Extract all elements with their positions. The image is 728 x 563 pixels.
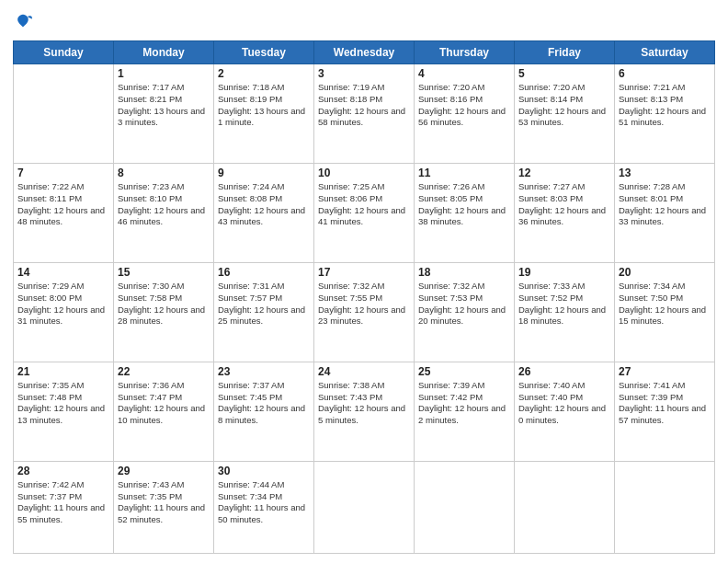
calendar-cell: 30Sunrise: 7:44 AMSunset: 7:34 PMDayligh…: [214, 461, 314, 553]
sunset-text: Sunset: 8:10 PM: [118, 193, 182, 203]
day-number: 14: [17, 266, 109, 279]
calendar-cell: 27Sunrise: 7:41 AMSunset: 7:39 PMDayligh…: [615, 362, 715, 461]
daylight-text: Daylight: 12 hours and 46 minutes.: [118, 205, 205, 227]
day-info: Sunrise: 7:32 AMSunset: 7:53 PMDaylight:…: [418, 281, 510, 327]
daylight-text: Daylight: 12 hours and 56 minutes.: [418, 106, 506, 128]
weekday-header-row: SundayMondayTuesdayWednesdayThursdayFrid…: [14, 41, 715, 64]
calendar-cell: 29Sunrise: 7:43 AMSunset: 7:35 PMDayligh…: [114, 461, 214, 553]
daylight-text: Daylight: 12 hours and 48 minutes.: [17, 205, 105, 227]
day-info: Sunrise: 7:25 AMSunset: 8:06 PMDaylight:…: [318, 181, 410, 228]
sunset-text: Sunset: 7:48 PM: [17, 392, 82, 402]
calendar-cell: 8Sunrise: 7:23 AMSunset: 8:10 PMDaylight…: [114, 163, 214, 262]
day-info: Sunrise: 7:32 AMSunset: 7:55 PMDaylight:…: [318, 281, 410, 327]
sunset-text: Sunset: 7:50 PM: [619, 293, 683, 303]
calendar-cell: 20Sunrise: 7:34 AMSunset: 7:50 PMDayligh…: [615, 262, 715, 362]
daylight-text: Daylight: 11 hours and 50 minutes.: [218, 502, 305, 524]
sunset-text: Sunset: 7:52 PM: [518, 293, 583, 303]
daylight-text: Daylight: 12 hours and 8 minutes.: [218, 403, 305, 425]
sunset-text: Sunset: 8:14 PM: [518, 94, 583, 104]
calendar-table: SundayMondayTuesdayWednesdayThursdayFrid…: [13, 40, 715, 554]
sunset-text: Sunset: 8:18 PM: [318, 94, 382, 104]
daylight-text: Daylight: 13 hours and 1 minute.: [218, 106, 305, 128]
sunrise-text: Sunrise: 7:26 AM: [418, 181, 484, 191]
sunrise-text: Sunrise: 7:29 AM: [17, 281, 84, 291]
weekday-header-saturday: Saturday: [615, 41, 715, 64]
calendar-cell: 21Sunrise: 7:35 AMSunset: 7:48 PMDayligh…: [14, 362, 114, 461]
logo: [13, 11, 33, 33]
sunset-text: Sunset: 8:19 PM: [218, 94, 282, 104]
header: [13, 11, 715, 33]
calendar-cell: [515, 461, 615, 553]
day-number: 18: [418, 266, 510, 279]
sunset-text: Sunset: 8:06 PM: [318, 193, 382, 203]
day-info: Sunrise: 7:34 AMSunset: 7:50 PMDaylight:…: [619, 281, 711, 327]
calendar-week-row: 14Sunrise: 7:29 AMSunset: 8:00 PMDayligh…: [14, 262, 715, 362]
daylight-text: Daylight: 12 hours and 0 minutes.: [518, 403, 606, 425]
day-info: Sunrise: 7:20 AMSunset: 8:14 PMDaylight:…: [518, 82, 610, 129]
day-info: Sunrise: 7:36 AMSunset: 7:47 PMDaylight:…: [118, 380, 210, 427]
daylight-text: Daylight: 11 hours and 52 minutes.: [118, 502, 205, 524]
sunrise-text: Sunrise: 7:27 AM: [518, 181, 585, 191]
day-number: 25: [418, 365, 510, 378]
calendar-cell: 14Sunrise: 7:29 AMSunset: 8:00 PMDayligh…: [14, 262, 114, 362]
sunset-text: Sunset: 7:34 PM: [218, 491, 282, 501]
day-number: 20: [619, 266, 711, 279]
calendar-week-row: 28Sunrise: 7:42 AMSunset: 7:37 PMDayligh…: [14, 461, 715, 553]
sunrise-text: Sunrise: 7:22 AM: [17, 181, 84, 191]
calendar-cell: 3Sunrise: 7:19 AMSunset: 8:18 PMDaylight…: [314, 64, 415, 164]
day-info: Sunrise: 7:43 AMSunset: 7:35 PMDaylight:…: [118, 479, 210, 526]
day-number: 15: [118, 266, 210, 279]
daylight-text: Daylight: 12 hours and 10 minutes.: [118, 403, 205, 425]
day-number: 21: [17, 365, 109, 378]
day-number: 23: [218, 365, 310, 378]
daylight-text: Daylight: 12 hours and 33 minutes.: [619, 205, 706, 227]
sunrise-text: Sunrise: 7:20 AM: [518, 82, 585, 92]
day-info: Sunrise: 7:28 AMSunset: 8:01 PMDaylight:…: [619, 181, 711, 228]
sunrise-text: Sunrise: 7:18 AM: [218, 82, 284, 92]
calendar-cell: 1Sunrise: 7:17 AMSunset: 8:21 PMDaylight…: [114, 64, 214, 164]
day-number: 6: [619, 67, 711, 80]
daylight-text: Daylight: 12 hours and 2 minutes.: [418, 403, 506, 425]
day-info: Sunrise: 7:24 AMSunset: 8:08 PMDaylight:…: [218, 181, 310, 228]
daylight-text: Daylight: 11 hours and 57 minutes.: [619, 403, 706, 425]
daylight-text: Daylight: 12 hours and 38 minutes.: [418, 205, 506, 227]
sunrise-text: Sunrise: 7:38 AM: [318, 380, 384, 390]
day-number: 9: [218, 167, 310, 179]
daylight-text: Daylight: 12 hours and 28 minutes.: [118, 304, 205, 327]
sunset-text: Sunset: 7:42 PM: [418, 392, 483, 402]
daylight-text: Daylight: 12 hours and 23 minutes.: [318, 304, 405, 327]
day-info: Sunrise: 7:29 AMSunset: 8:00 PMDaylight:…: [17, 281, 109, 327]
day-info: Sunrise: 7:44 AMSunset: 7:34 PMDaylight:…: [218, 479, 310, 526]
calendar-cell: 4Sunrise: 7:20 AMSunset: 8:16 PMDaylight…: [415, 64, 515, 164]
sunrise-text: Sunrise: 7:40 AM: [518, 380, 585, 390]
weekday-header-tuesday: Tuesday: [214, 41, 314, 64]
weekday-header-monday: Monday: [114, 41, 214, 64]
sunset-text: Sunset: 7:45 PM: [218, 392, 282, 402]
day-info: Sunrise: 7:41 AMSunset: 7:39 PMDaylight:…: [619, 380, 711, 427]
calendar-cell: 23Sunrise: 7:37 AMSunset: 7:45 PMDayligh…: [214, 362, 314, 461]
sunset-text: Sunset: 7:40 PM: [518, 392, 583, 402]
sunset-text: Sunset: 8:03 PM: [518, 193, 583, 203]
calendar-cell: [14, 64, 114, 164]
sunrise-text: Sunrise: 7:21 AM: [619, 82, 685, 92]
calendar-cell: 6Sunrise: 7:21 AMSunset: 8:13 PMDaylight…: [615, 64, 715, 164]
day-number: 13: [619, 167, 711, 179]
day-info: Sunrise: 7:19 AMSunset: 8:18 PMDaylight:…: [318, 82, 410, 129]
calendar-cell: [314, 461, 415, 553]
sunrise-text: Sunrise: 7:25 AM: [318, 181, 384, 191]
logo-bird-icon: [13, 11, 33, 31]
day-info: Sunrise: 7:40 AMSunset: 7:40 PMDaylight:…: [518, 380, 610, 427]
calendar-cell: 2Sunrise: 7:18 AMSunset: 8:19 PMDaylight…: [214, 64, 314, 164]
sunrise-text: Sunrise: 7:33 AM: [518, 281, 585, 291]
sunrise-text: Sunrise: 7:36 AM: [118, 380, 184, 390]
sunset-text: Sunset: 7:37 PM: [17, 491, 82, 501]
sunset-text: Sunset: 7:57 PM: [218, 293, 282, 303]
calendar-cell: 12Sunrise: 7:27 AMSunset: 8:03 PMDayligh…: [515, 163, 615, 262]
day-number: 19: [518, 266, 610, 279]
sunrise-text: Sunrise: 7:42 AM: [17, 479, 84, 489]
day-number: 24: [318, 365, 410, 378]
sunrise-text: Sunrise: 7:17 AM: [118, 82, 184, 92]
calendar-cell: 25Sunrise: 7:39 AMSunset: 7:42 PMDayligh…: [415, 362, 515, 461]
calendar-cell: 19Sunrise: 7:33 AMSunset: 7:52 PMDayligh…: [515, 262, 615, 362]
sunrise-text: Sunrise: 7:44 AM: [218, 479, 284, 489]
